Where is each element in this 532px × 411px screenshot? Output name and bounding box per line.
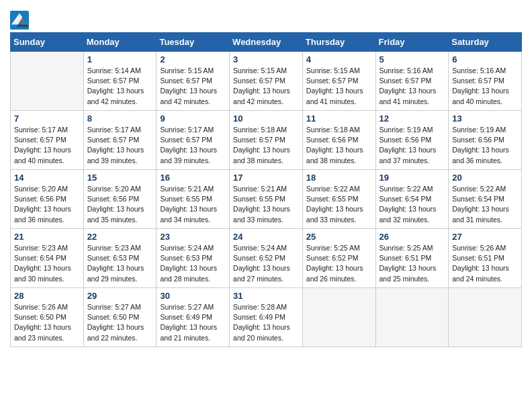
cell-info-line: Sunset: 6:52 PM <box>306 253 372 263</box>
cell-0-4: 4Sunrise: 5:15 AMSunset: 6:57 PMDaylight… <box>302 52 375 111</box>
cell-info-line: Daylight: 13 hours <box>87 322 153 332</box>
cell-info-line: and 33 minutes. <box>233 215 299 225</box>
cell-info-line: Daylight: 13 hours <box>233 322 299 332</box>
cell-4-4 <box>302 288 375 347</box>
cell-info-line: and 33 minutes. <box>306 215 372 225</box>
cell-info-line: and 20 minutes. <box>233 333 299 343</box>
cell-info-line: and 42 minutes. <box>160 97 226 107</box>
cell-info-line: and 24 minutes. <box>452 274 518 284</box>
cell-info-line: Sunset: 6:55 PM <box>306 194 372 204</box>
cell-info-line: and 39 minutes. <box>87 156 153 166</box>
cell-info-line: Sunrise: 5:22 AM <box>452 184 518 194</box>
day-number: 5 <box>380 54 445 64</box>
day-number: 30 <box>160 291 226 301</box>
cell-info-line: Daylight: 13 hours <box>380 204 445 214</box>
cell-info-line: and 32 minutes. <box>380 215 445 225</box>
cell-info-line: Daylight: 13 hours <box>160 263 226 273</box>
day-number: 22 <box>87 232 153 242</box>
cell-info-line: Sunrise: 5:17 AM <box>87 125 153 135</box>
cell-info-line: and 41 minutes. <box>380 97 445 107</box>
day-number: 2 <box>160 54 226 64</box>
cell-info-line: Sunrise: 5:25 AM <box>380 243 445 253</box>
cell-info-line: and 21 minutes. <box>160 333 226 343</box>
week-row-0: 1Sunrise: 5:14 AMSunset: 6:57 PMDaylight… <box>11 52 522 111</box>
cell-info-line: Sunrise: 5:26 AM <box>452 243 518 253</box>
cell-info-line: and 34 minutes. <box>160 215 226 225</box>
cell-info-line: Sunrise: 5:23 AM <box>87 243 153 253</box>
cell-info-line: Sunset: 6:55 PM <box>233 194 299 204</box>
cell-info-line: Sunset: 6:55 PM <box>160 194 226 204</box>
cell-info-line: Daylight: 13 hours <box>452 86 518 96</box>
cell-0-2: 2Sunrise: 5:15 AMSunset: 6:57 PMDaylight… <box>157 52 230 111</box>
cell-4-0: 28Sunrise: 5:26 AMSunset: 6:50 PMDayligh… <box>11 288 84 347</box>
cell-info-line: Sunrise: 5:25 AM <box>306 243 372 253</box>
cell-info-line: Daylight: 13 hours <box>160 322 226 332</box>
cell-4-2: 30Sunrise: 5:27 AMSunset: 6:49 PMDayligh… <box>157 288 230 347</box>
cell-info-line: Sunrise: 5:18 AM <box>233 125 299 135</box>
day-number: 24 <box>233 232 299 242</box>
day-number: 15 <box>87 173 153 183</box>
cell-info-line: Sunrise: 5:15 AM <box>233 66 299 76</box>
cell-info-line: Sunrise: 5:28 AM <box>233 302 299 312</box>
cell-info-line: Daylight: 13 hours <box>233 263 299 273</box>
day-number: 9 <box>160 113 226 124</box>
cell-info-line: Sunrise: 5:22 AM <box>306 184 372 194</box>
cell-2-4: 18Sunrise: 5:22 AMSunset: 6:55 PMDayligh… <box>302 170 375 229</box>
cell-info-line: Sunrise: 5:16 AM <box>452 66 518 76</box>
cell-0-6: 6Sunrise: 5:16 AMSunset: 6:57 PMDaylight… <box>449 52 522 111</box>
day-number: 23 <box>160 232 226 242</box>
cell-1-0: 7Sunrise: 5:17 AMSunset: 6:57 PMDaylight… <box>11 111 84 170</box>
cell-info-line: Daylight: 13 hours <box>160 204 226 214</box>
col-header-monday: Monday <box>83 33 157 52</box>
cell-info-line: Daylight: 13 hours <box>14 263 80 273</box>
cell-info-line: Daylight: 13 hours <box>452 263 518 273</box>
cell-info-line: Sunset: 6:57 PM <box>306 76 372 86</box>
day-number: 27 <box>452 232 518 242</box>
cell-4-5 <box>375 288 449 347</box>
cell-info-line: Daylight: 13 hours <box>380 263 445 273</box>
cell-4-3: 31Sunrise: 5:28 AMSunset: 6:49 PMDayligh… <box>230 288 303 347</box>
cell-3-3: 24Sunrise: 5:24 AMSunset: 6:52 PMDayligh… <box>230 229 303 288</box>
cell-info-line: Sunrise: 5:23 AM <box>14 243 80 253</box>
col-header-saturday: Saturday <box>449 33 522 52</box>
cell-info-line: Daylight: 13 hours <box>160 145 226 155</box>
calendar-table: SundayMondayTuesdayWednesdayThursdayFrid… <box>10 32 522 347</box>
cell-3-1: 22Sunrise: 5:23 AMSunset: 6:53 PMDayligh… <box>83 229 157 288</box>
header-row: SundayMondayTuesdayWednesdayThursdayFrid… <box>11 33 522 52</box>
cell-info-line: Daylight: 13 hours <box>233 204 299 214</box>
day-number: 29 <box>87 291 153 301</box>
day-number: 25 <box>306 232 372 242</box>
cell-info-line: Sunset: 6:50 PM <box>14 312 80 322</box>
cell-info-line: and 35 minutes. <box>87 215 153 225</box>
cell-0-5: 5Sunrise: 5:16 AMSunset: 6:57 PMDaylight… <box>375 52 449 111</box>
cell-info-line: and 42 minutes. <box>233 97 299 107</box>
cell-info-line: and 40 minutes. <box>452 97 518 107</box>
cell-info-line: Sunrise: 5:20 AM <box>87 184 153 194</box>
cell-2-6: 20Sunrise: 5:22 AMSunset: 6:54 PMDayligh… <box>449 170 522 229</box>
cell-info-line: Sunset: 6:56 PM <box>14 194 80 204</box>
cell-info-line: Sunrise: 5:17 AM <box>14 125 80 135</box>
cell-info-line: Daylight: 13 hours <box>233 145 299 155</box>
cell-info-line: Sunset: 6:57 PM <box>233 76 299 86</box>
week-row-1: 7Sunrise: 5:17 AMSunset: 6:57 PMDaylight… <box>11 111 522 170</box>
day-number: 3 <box>233 54 299 64</box>
day-number: 28 <box>14 291 80 301</box>
cell-info-line: Sunset: 6:54 PM <box>380 194 445 204</box>
cell-info-line: and 23 minutes. <box>14 333 80 343</box>
day-number: 19 <box>380 173 445 183</box>
cell-info-line: Sunrise: 5:19 AM <box>452 125 518 135</box>
day-number: 31 <box>233 291 299 301</box>
cell-info-line: Sunrise: 5:21 AM <box>233 184 299 194</box>
cell-info-line: Sunset: 6:49 PM <box>160 312 226 322</box>
cell-info-line: and 38 minutes. <box>306 156 372 166</box>
day-number: 10 <box>233 113 299 124</box>
day-number: 26 <box>380 232 445 242</box>
col-header-sunday: Sunday <box>11 33 84 52</box>
cell-1-3: 10Sunrise: 5:18 AMSunset: 6:57 PMDayligh… <box>230 111 303 170</box>
cell-info-line: Sunset: 6:56 PM <box>87 194 153 204</box>
week-row-3: 21Sunrise: 5:23 AMSunset: 6:54 PMDayligh… <box>11 229 522 288</box>
cell-info-line: Sunrise: 5:27 AM <box>160 302 226 312</box>
col-header-friday: Friday <box>375 33 449 52</box>
cell-2-5: 19Sunrise: 5:22 AMSunset: 6:54 PMDayligh… <box>375 170 449 229</box>
cell-info-line: Sunrise: 5:20 AM <box>14 184 80 194</box>
